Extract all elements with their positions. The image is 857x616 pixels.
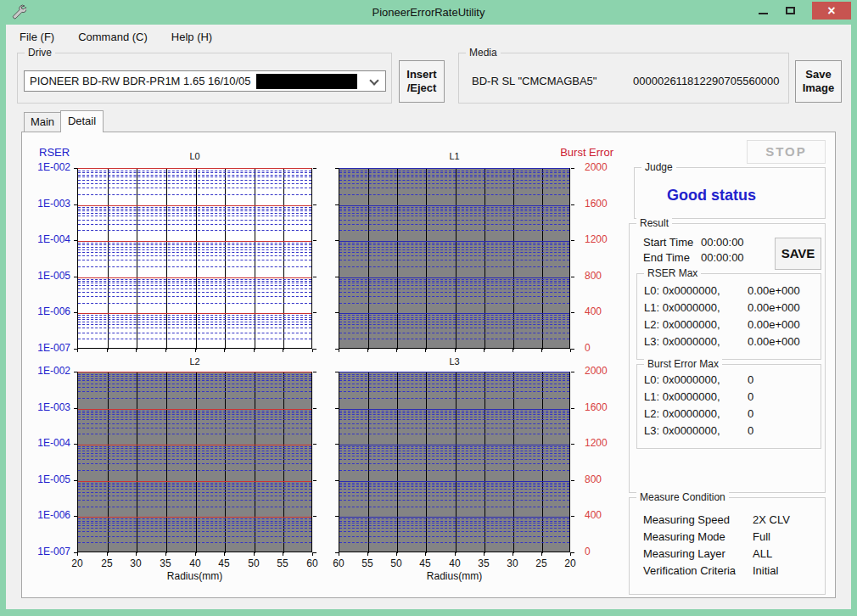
y-tick — [571, 168, 574, 169]
tab-main[interactable]: Main — [24, 112, 61, 132]
y-tick — [335, 168, 339, 169]
minor-gridline — [339, 484, 569, 485]
rser-tick-label: 1E-007 — [26, 546, 70, 557]
y-tick — [74, 277, 77, 277]
minor-gridline — [78, 266, 311, 267]
minor-gridline — [78, 252, 311, 253]
decade-line — [339, 241, 569, 242]
x-tick-label: 30 — [123, 557, 148, 569]
stop-button[interactable]: STOP — [747, 140, 826, 164]
minor-gridline — [78, 317, 311, 318]
burst-error-max-groupbox: Burst Error Max L0: 0x0000000, 0 L1: 0x0… — [636, 364, 821, 449]
minimize-button[interactable] — [750, 0, 776, 20]
minor-gridline — [78, 459, 311, 460]
minor-gridline — [339, 252, 569, 253]
minor-gridline — [339, 339, 569, 339]
minor-gridline — [78, 303, 311, 304]
minor-gridline — [339, 448, 569, 449]
start-time-value: 00:00:00 — [701, 236, 744, 249]
minor-gridline — [78, 315, 311, 316]
burst-tick-label: 800 — [585, 473, 627, 485]
minor-gridline — [339, 380, 569, 381]
burst-tick-label: 1600 — [585, 198, 627, 210]
maximize-button[interactable] — [777, 0, 803, 20]
burst-max-row-l2-label: L2: 0x0000000, — [644, 407, 720, 420]
close-button[interactable]: × — [812, 2, 851, 20]
minor-gridline — [78, 292, 311, 293]
minor-gridline — [78, 328, 311, 328]
x-tick-label: 50 — [384, 557, 409, 569]
minor-gridline — [339, 255, 569, 256]
y-tick — [313, 408, 316, 409]
save-image-label-2: Image — [803, 81, 835, 95]
minor-gridline — [78, 507, 311, 507]
minor-gridline — [339, 220, 569, 221]
x-tick-label: 35 — [471, 557, 496, 569]
menu-command[interactable]: Command (C) — [68, 26, 158, 48]
minor-gridline — [78, 374, 311, 375]
end-time-value: 00:00:00 — [701, 251, 744, 264]
tab-detail[interactable]: Detail — [60, 110, 104, 132]
decade-line — [78, 445, 311, 445]
drive-select[interactable]: PIONEER BD-RW BDR-PR1M 1.65 16/10/05 — [24, 70, 386, 92]
insert-eject-button[interactable]: Insert /Eject — [399, 60, 445, 103]
x-tick — [77, 552, 78, 556]
x-tick-label: 60 — [300, 557, 325, 569]
minor-gridline — [339, 171, 569, 171]
minor-gridline — [339, 453, 569, 454]
x-tick-label: 40 — [182, 557, 208, 569]
menu-file[interactable]: File (F) — [9, 26, 64, 48]
minor-gridline — [339, 492, 569, 493]
minor-gridline — [78, 209, 311, 210]
minor-gridline — [78, 536, 311, 537]
x-tick — [396, 349, 397, 352]
burst-max-row-l0-value: 0 — [748, 373, 753, 386]
minor-gridline — [339, 486, 569, 487]
rser-max-row-l2-value: 0.00e+000 — [748, 318, 800, 331]
rser-max-row-l0-value: 0.00e+000 — [748, 284, 800, 297]
minor-gridline — [78, 319, 311, 320]
minor-gridline — [339, 536, 569, 537]
rser-max-row-l3-value: 0.00e+000 — [748, 335, 800, 348]
measuring-mode-value: Full — [753, 530, 770, 543]
minor-gridline — [78, 333, 311, 333]
measure-condition-label: Measure Condition — [636, 491, 729, 503]
minor-gridline — [339, 434, 569, 434]
menu-help[interactable]: Help (H) — [161, 26, 222, 48]
rser-tick-label: 1E-006 — [26, 305, 70, 317]
minor-gridline — [78, 412, 311, 413]
chevron-down-icon[interactable] — [369, 76, 378, 85]
minor-gridline — [78, 417, 311, 417]
rser-max-row-l3-label: L3: 0x0000000, — [644, 335, 720, 348]
y-tick — [335, 552, 339, 553]
minor-gridline — [339, 398, 569, 399]
minimize-icon — [759, 13, 768, 14]
x-tick-label: 60 — [326, 557, 351, 569]
drive-selected-text: PIONEER BD-RW BDR-PR1M 1.65 16/10/05 — [30, 75, 251, 87]
y-tick — [74, 312, 77, 313]
minor-gridline — [78, 470, 311, 471]
minor-gridline — [78, 414, 311, 415]
maximize-icon — [786, 7, 795, 14]
minor-gridline — [339, 414, 569, 415]
y-tick — [313, 204, 316, 205]
minor-gridline — [339, 384, 569, 384]
minor-gridline — [78, 492, 311, 493]
minor-gridline — [339, 209, 569, 210]
minor-gridline — [339, 542, 569, 543]
save-button[interactable]: SAVE — [775, 238, 821, 270]
x-tick — [484, 349, 485, 352]
y-tick — [571, 408, 574, 409]
plot-l1 — [339, 168, 570, 349]
minor-gridline — [78, 176, 311, 177]
save-image-button[interactable]: Save Image — [795, 60, 842, 103]
x-tick-label: 30 — [500, 557, 525, 569]
minor-gridline — [78, 456, 311, 456]
minor-gridline — [78, 463, 311, 464]
x-tick — [107, 552, 108, 556]
rser-tick-label: 1E-002 — [26, 365, 70, 377]
minor-gridline — [78, 500, 311, 501]
y-tick — [571, 349, 574, 350]
media-group-label: Media — [466, 47, 501, 59]
x-tick — [224, 349, 225, 352]
